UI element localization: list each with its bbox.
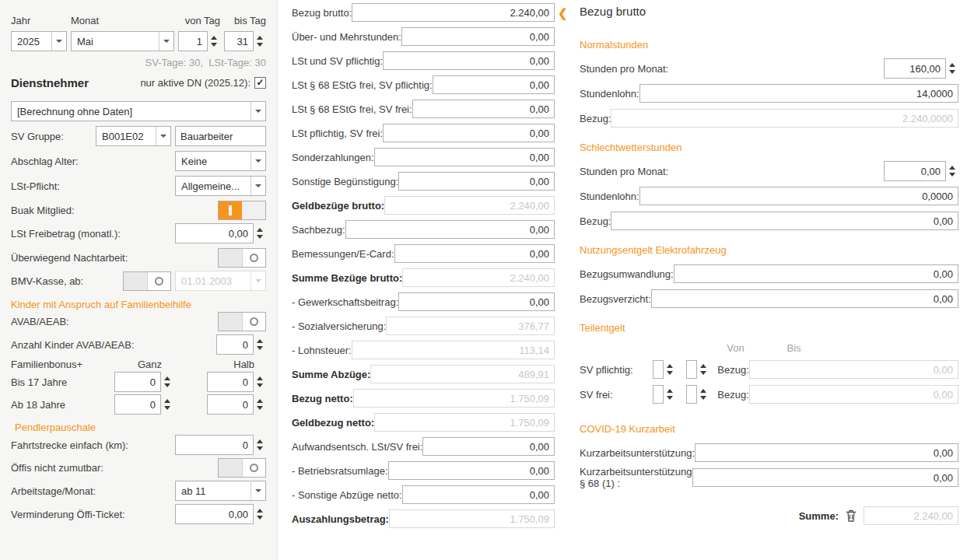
kurzarbeit-input[interactable] [695,443,958,462]
anzahl-kinder-stepper[interactable] [216,334,266,355]
fahrtstrecke-stepper[interactable] [175,435,266,455]
bis17-ganz-input[interactable] [114,372,161,392]
sw-lohn-input[interactable] [639,187,958,205]
oeffis-toggle[interactable] [218,458,266,478]
fahrtstrecke-input[interactable] [175,435,254,455]
spin-up-icon[interactable] [257,36,263,40]
sv-gruppe-name-input[interactable] [175,126,266,146]
von-tag-input[interactable] [178,31,208,51]
toggle-off-segment[interactable] [148,272,171,290]
buak-toggle[interactable] [218,201,266,220]
spin-up-icon[interactable] [949,63,955,67]
toggle-off-segment[interactable] [243,459,266,477]
aufwandsentsch-field[interactable] [422,437,555,456]
dropdown-arrow-icon[interactable] [156,127,170,145]
verminderung-stepper[interactable] [175,504,266,524]
toggle-on-segment[interactable] [219,249,243,267]
sv-pflichtig-bis-stepper[interactable] [686,360,709,379]
nachtarbeit-toggle[interactable] [218,248,266,268]
spin-down-icon[interactable] [257,346,263,350]
ab18-ganz-stepper[interactable] [114,394,173,415]
sonstige-abzuege-netto-field[interactable] [402,485,555,504]
toggle-on-segment[interactable] [219,201,242,219]
berechnung-select[interactable]: [Berechnung ohne Daten] [11,101,266,121]
spin-down-icon[interactable] [257,235,263,239]
spin-up-icon[interactable] [700,389,706,393]
spin-down-icon[interactable] [667,396,673,400]
lst-sv-pflichtig-field[interactable] [383,51,555,70]
bis-tag-stepper[interactable] [224,31,266,51]
sv-frei-von-input[interactable] [653,385,664,404]
sv-pflichtig-bis-input[interactable] [686,360,697,379]
sv-pflichtig-von-stepper[interactable] [653,360,676,379]
spin-down-icon[interactable] [164,383,170,387]
spin-down-icon[interactable] [257,383,263,387]
spin-down-icon[interactable] [667,371,673,375]
spin-up-icon[interactable] [700,364,706,368]
spin-up-icon[interactable] [257,376,263,380]
spin-down-icon[interactable] [949,173,955,177]
bezug-brutto-field[interactable] [352,3,555,22]
ab18-halb-input[interactable] [207,394,254,415]
dropdown-arrow-icon[interactable] [251,481,265,500]
spin-up-icon[interactable] [257,399,263,403]
sw-stunden-input[interactable] [884,161,946,181]
toggle-off-segment[interactable] [242,201,265,219]
toggle-off-segment[interactable] [243,249,266,267]
lst-freibetrag-stepper[interactable] [175,223,266,243]
lst68-sv-frei-field[interactable] [412,100,555,118]
verzicht-input[interactable] [651,289,958,308]
spin-down-icon[interactable] [700,371,706,375]
nur-aktive-checkbox[interactable]: ✓ [254,77,266,89]
dropdown-arrow-icon[interactable] [251,177,265,195]
ab18-halb-stepper[interactable] [207,394,266,415]
lst-pflicht-select[interactable]: Allgemeine... [175,176,266,196]
lst68-sv-pflichtig-field[interactable] [433,75,555,94]
collapse-chevron-icon[interactable]: ❮ [558,6,568,20]
abschlag-alter-select[interactable]: Keine [175,151,266,171]
lst-freibetrag-input[interactable] [175,223,254,243]
spin-up-icon[interactable] [164,399,170,403]
dropdown-arrow-icon[interactable] [51,32,66,51]
sachbezug-field[interactable] [345,220,555,239]
ns-stunden-stepper[interactable] [884,58,958,79]
sw-stunden-stepper[interactable] [884,161,958,181]
lst-pflichtig-sv-frei-field[interactable] [383,124,555,142]
spin-up-icon[interactable] [211,36,217,40]
toggle-on-segment[interactable] [219,313,243,331]
monat-select[interactable]: Mai [71,31,174,51]
sv-frei-bis-stepper[interactable] [686,385,709,404]
spin-down-icon[interactable] [257,43,263,47]
spin-down-icon[interactable] [257,516,263,520]
ns-stunden-input[interactable] [884,58,946,79]
bmv-date-select[interactable]: 01.01.2003 [175,271,266,291]
dropdown-arrow-icon[interactable] [159,32,173,51]
spin-down-icon[interactable] [949,70,955,74]
bis17-halb-stepper[interactable] [207,372,266,392]
spin-up-icon[interactable] [257,228,263,232]
bmv-toggle[interactable] [123,271,171,291]
bis17-halb-input[interactable] [207,372,254,392]
gewerkschaftsbeitrag-field[interactable] [398,292,555,311]
spin-down-icon[interactable] [257,406,263,410]
umwandlung-input[interactable] [674,264,958,283]
verminderung-input[interactable] [175,504,254,524]
spin-up-icon[interactable] [164,376,170,380]
ueber-mehrstunden-field[interactable] [401,27,555,46]
spin-down-icon[interactable] [164,406,170,410]
toggle-on-segment[interactable] [219,459,243,477]
betriebsratsumlage-field[interactable] [388,461,555,480]
sv-frei-von-stepper[interactable] [653,385,676,404]
von-tag-stepper[interactable] [178,31,220,51]
toggle-on-segment[interactable] [124,272,148,290]
spin-down-icon[interactable] [257,446,263,450]
spin-down-icon[interactable] [700,396,706,400]
ns-lohn-input[interactable] [639,84,958,103]
bis17-ganz-stepper[interactable] [114,372,173,392]
spin-up-icon[interactable] [667,364,673,368]
anzahl-kinder-input[interactable] [216,334,254,355]
ab18-ganz-input[interactable] [114,394,161,415]
sw-bezug-input[interactable] [611,212,958,230]
jahr-select[interactable]: 2025 [11,31,67,51]
spin-up-icon[interactable] [257,339,263,343]
